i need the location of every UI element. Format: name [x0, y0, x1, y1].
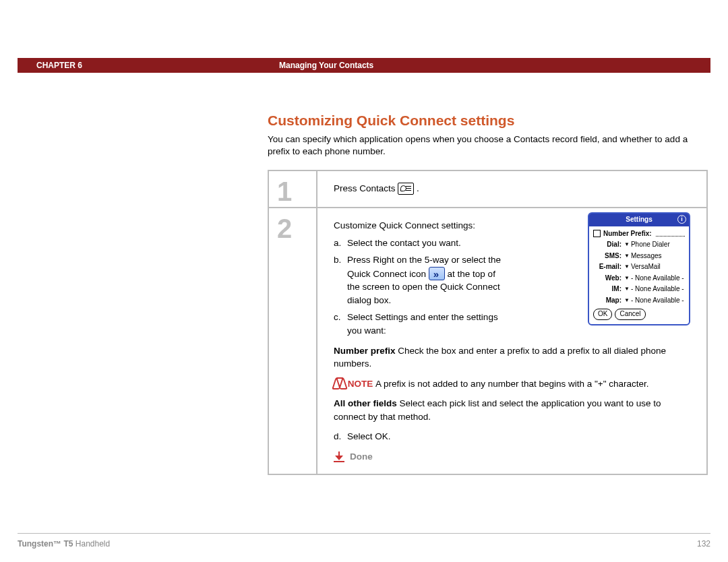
step-body: Press Contacts . [317, 171, 706, 207]
other-fields-para: All other fields Select each pick list a… [334, 397, 690, 423]
done-row: Done [334, 450, 690, 464]
done-arrow-icon [334, 451, 344, 462]
step-number-cell: 1 [269, 171, 317, 207]
info-icon[interactable]: i [677, 215, 686, 224]
product-name-bold: Tungsten™ T5 [18, 539, 73, 549]
number-prefix-checkbox[interactable] [593, 230, 601, 237]
sms-row: SMS: ▼ Messages [593, 251, 685, 261]
settings-title-text: Settings [626, 216, 652, 223]
settings-dialog-title: Settings i [589, 214, 689, 226]
section-heading: Customizing Quick Connect settings [268, 113, 514, 129]
step-number: 1 [269, 171, 316, 207]
map-label: Map: [593, 296, 623, 306]
map-row: Map: ▼ - None Available - [593, 296, 685, 306]
substep-letter: b. [334, 253, 347, 307]
sms-label: SMS: [593, 251, 623, 261]
substep-d: d. Select OK. [334, 430, 690, 443]
note-text: A prefix is not added to any number that… [375, 379, 648, 389]
step-number-cell: 2 [269, 208, 317, 474]
substep-text: Press Right on the 5-way or select the Q… [347, 253, 509, 307]
dial-value[interactable]: Phone Dialer [631, 240, 670, 250]
step-row-2: 2 Settings i Number Prefix: Dial: [269, 208, 706, 474]
substep-text: Select the contact you want. [347, 237, 461, 250]
note-para: NOTE A prefix is not added to any number… [334, 377, 690, 391]
number-prefix-label: Number Prefix: [603, 229, 652, 239]
settings-body: Number Prefix: Dial: ▼ Phone Dialer SMS:… [589, 226, 689, 324]
substep-letter: a. [334, 237, 347, 250]
web-value[interactable]: - None Available - [631, 274, 684, 284]
map-value[interactable]: - None Available - [631, 296, 684, 306]
dropdown-icon[interactable]: ▼ [624, 263, 630, 271]
dial-label: Dial: [593, 240, 623, 250]
web-label: Web: [593, 274, 623, 284]
substep-letter: c. [334, 311, 347, 337]
number-prefix-row: Number Prefix: [593, 229, 685, 239]
page-footer: Tungsten™ T5 Handheld 132 [18, 539, 710, 549]
step-number: 2 [269, 208, 316, 244]
dropdown-icon[interactable]: ▼ [624, 241, 630, 249]
substep-text: Select OK. [347, 430, 391, 443]
dropdown-icon[interactable]: ▼ [624, 296, 630, 305]
quick-connect-icon [429, 267, 445, 280]
email-label: E-mail: [593, 262, 623, 272]
chapter-header-bar: CHAPTER 6 Managing Your Contacts [18, 58, 710, 73]
contacts-icon [398, 183, 414, 195]
chapter-label: CHAPTER 6 [18, 61, 279, 70]
cancel-button[interactable]: Cancel [615, 309, 645, 320]
step1-posttext: . [417, 183, 419, 193]
substep-c: c. Select Settings and enter the setting… [334, 311, 509, 337]
substep-letter: d. [334, 430, 347, 443]
step1-pretext: Press Contacts [334, 183, 398, 193]
substep-b: b. Press Right on the 5-way or select th… [334, 253, 509, 307]
im-value[interactable]: - None Available - [631, 284, 684, 294]
steps-container: 1 Press Contacts . 2 Settings i Numb [268, 170, 708, 475]
substep-a: a. Select the contact you want. [334, 237, 509, 250]
step-body: Settings i Number Prefix: Dial: ▼ Phone … [317, 208, 706, 474]
done-label: Done [350, 450, 373, 464]
footer-divider [18, 533, 710, 534]
chapter-title: Managing Your Contacts [279, 61, 373, 70]
number-prefix-para: Number prefix Check the box and enter a … [334, 344, 690, 371]
dropdown-icon[interactable]: ▼ [624, 252, 630, 260]
im-row: IM: ▼ - None Available - [593, 284, 685, 294]
section-intro: You can specify which application opens … [268, 133, 708, 158]
im-label: IM: [593, 284, 623, 294]
substep-text: Select Settings and enter the settings y… [347, 311, 509, 337]
step-row-1: 1 Press Contacts . [269, 171, 706, 208]
ok-button[interactable]: OK [593, 309, 612, 320]
number-prefix-field[interactable] [656, 230, 685, 237]
dial-row: Dial: ▼ Phone Dialer [593, 240, 685, 250]
number-prefix-term: Number prefix [334, 346, 396, 356]
substeps-lower: d. Select OK. [334, 430, 690, 443]
web-row: Web: ▼ - None Available - [593, 274, 685, 284]
product-name-rest: Handheld [73, 539, 110, 549]
product-name: Tungsten™ T5 Handheld [18, 539, 110, 549]
email-value[interactable]: VersaMail [631, 262, 661, 272]
dialog-buttons: OK Cancel [593, 305, 685, 320]
other-fields-term: All other fields [334, 398, 397, 408]
settings-dialog: Settings i Number Prefix: Dial: ▼ Phone … [588, 212, 690, 325]
email-row: E-mail: ▼ VersaMail [593, 262, 685, 272]
note-label: NOTE [348, 379, 375, 389]
dropdown-icon[interactable]: ▼ [624, 274, 630, 282]
page-number: 132 [697, 539, 710, 549]
note-icon [334, 377, 345, 389]
dropdown-icon[interactable]: ▼ [624, 285, 630, 293]
sms-value[interactable]: Messages [631, 251, 662, 261]
